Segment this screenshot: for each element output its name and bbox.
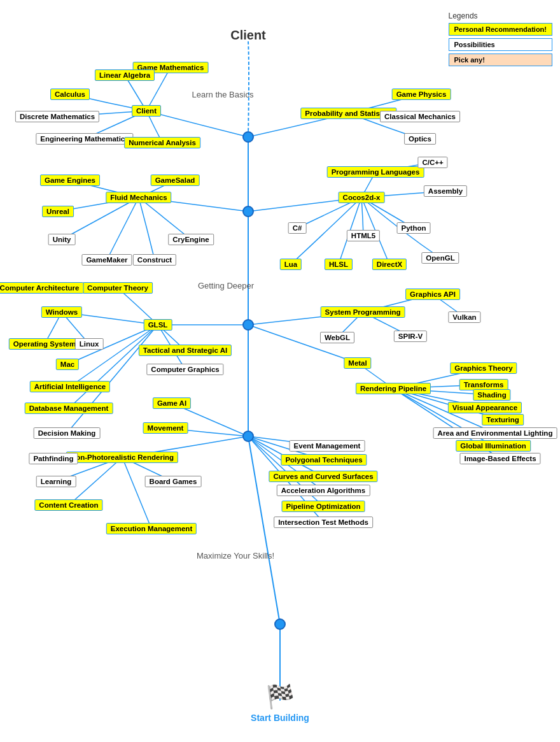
prob-stats[interactable]: Numerical Analysis — [124, 137, 200, 148]
optics[interactable]: Classical Mechanics — [380, 111, 460, 122]
hlsl[interactable]: Lua — [280, 259, 302, 270]
graphics-api[interactable]: System Programming — [321, 306, 405, 318]
decision-making[interactable]: Database Management — [25, 403, 113, 414]
ai[interactable]: Mac — [56, 359, 79, 370]
prog-lang[interactable]: Cocos2d-x — [339, 192, 385, 203]
discrete-math[interactable]: Calculus — [50, 89, 90, 100]
gamemaker[interactable]: Unity — [48, 234, 76, 245]
legend: Legends Personal Recommendation! Possibi… — [449, 11, 552, 69]
movement[interactable]: Game AI — [153, 397, 191, 409]
hub-engines — [242, 206, 254, 217]
board-games[interactable]: Learning — [36, 476, 76, 487]
construct[interactable]: GameMaker — [81, 254, 132, 266]
c-cpp[interactable]: Programming Languages — [327, 166, 424, 178]
os[interactable]: Windows — [41, 306, 82, 318]
vulkan[interactable]: Graphics API — [405, 289, 460, 300]
fluid-mechanics[interactable]: Optics — [404, 133, 436, 145]
computer-theory[interactable]: GLSL — [144, 319, 172, 331]
image-effects[interactable]: Global Illumination — [456, 440, 531, 452]
event-mgmt[interactable]: Execution Management — [106, 523, 197, 534]
comp-arch[interactable]: Computer Theory — [83, 282, 153, 294]
hub-learn — [242, 131, 254, 143]
start-building-label[interactable]: Start Building — [251, 713, 309, 723]
engineering-math[interactable]: Discrete Mathematics — [15, 111, 99, 122]
hub-skills — [242, 431, 254, 442]
flag-icon: 🏁 — [266, 683, 295, 710]
windows[interactable]: Computer Architecture — [0, 282, 83, 294]
content-creation[interactable]: Board Games — [145, 476, 202, 487]
csharp[interactable]: Assembly — [424, 185, 467, 197]
title: Client — [227, 27, 270, 44]
collision-detect[interactable]: Intersection Test Methods — [274, 517, 373, 528]
unreal[interactable]: Game Engines — [40, 175, 100, 186]
accel-algos[interactable]: Curves and Curved Surfaces — [269, 471, 377, 482]
texturing[interactable]: Visual Appearance — [448, 402, 522, 413]
section-deeper: Getting Deeper — [194, 280, 258, 292]
game-ai[interactable]: Non-Photorealistic Rendering — [66, 452, 178, 463]
intersection-tests[interactable]: Pipeline Optimization — [282, 501, 365, 512]
comp-graphics[interactable]: Tactical and Strategic AI — [139, 345, 232, 356]
directx[interactable]: HLSL — [325, 259, 353, 270]
area-lighting[interactable]: Texturing — [482, 414, 524, 425]
unity[interactable]: Unreal — [42, 206, 74, 217]
game-engines[interactable]: Fluid Mechanics — [106, 192, 171, 203]
html5[interactable]: C# — [288, 222, 307, 234]
mindmap-canvas: Legends Personal Recommendation! Possibi… — [0, 0, 560, 742]
numerical-analysis[interactable]: Engineering Mathematics — [36, 133, 133, 145]
tactical-ai[interactable]: Decision Making — [34, 427, 101, 439]
legend-personal: Personal Recommendation! — [449, 23, 552, 36]
visual-appearance[interactable]: Shading — [473, 389, 510, 401]
classical-mechanics[interactable]: Game Physics — [392, 89, 451, 100]
section-maximize: Maximize Your Skills! — [193, 550, 278, 562]
cryengine[interactable]: Construct — [133, 254, 176, 266]
python[interactable]: HTML5 — [347, 230, 380, 241]
db-mgmt[interactable]: Artificial Intelligence — [30, 381, 110, 392]
pathfinding[interactable]: Movement — [143, 422, 188, 434]
rendering-pipeline[interactable]: Metal — [344, 357, 371, 369]
start-building[interactable]: 🏁 Start Building — [251, 683, 309, 723]
linux[interactable]: Operating System — [9, 338, 80, 350]
sys-prog[interactable]: Computer Graphics — [146, 364, 223, 375]
non-photo[interactable]: Image-Based Effects — [459, 453, 540, 464]
assembly[interactable]: C/C++ — [417, 157, 447, 168]
global-illumination[interactable]: Area and Environmental Lighting — [433, 427, 557, 439]
mac[interactable]: Linux — [75, 338, 104, 350]
lua[interactable]: Python — [397, 222, 431, 234]
section-learn: Learn the Basics — [188, 89, 258, 101]
learning[interactable]: Pathfinding — [29, 453, 78, 464]
hub-deeper — [242, 319, 254, 331]
spirv[interactable]: Vulkan — [448, 311, 480, 323]
calculus[interactable]: Linear Algebra — [95, 69, 155, 81]
legend-title: Legends — [449, 11, 552, 20]
cocos2d[interactable]: GameSalad — [151, 175, 200, 186]
gamesalad[interactable]: CryEngine — [168, 234, 214, 245]
game-mathematics[interactable]: Client — [132, 105, 161, 117]
graphics-theory[interactable]: Rendering Pipeline — [356, 383, 431, 394]
legend-pick: Pick any! — [449, 54, 552, 66]
opengl[interactable]: DirectX — [372, 259, 407, 270]
pipeline-opt[interactable]: Acceleration Algorithms — [277, 485, 370, 496]
legend-possibilities: Possibilities — [449, 38, 552, 51]
exec-mgmt[interactable]: Content Creation — [34, 499, 102, 511]
transforms[interactable]: Graphics Theory — [450, 362, 517, 374]
webgl[interactable]: SPIR-V — [394, 331, 427, 342]
glsl[interactable]: OpenGL — [421, 252, 459, 264]
hub-build — [274, 618, 286, 630]
metal[interactable]: WebGL — [320, 332, 354, 343]
polygonal-tech[interactable]: Event Management — [290, 440, 365, 452]
curves-surfaces[interactable]: Polygonal Techniques — [281, 454, 367, 466]
